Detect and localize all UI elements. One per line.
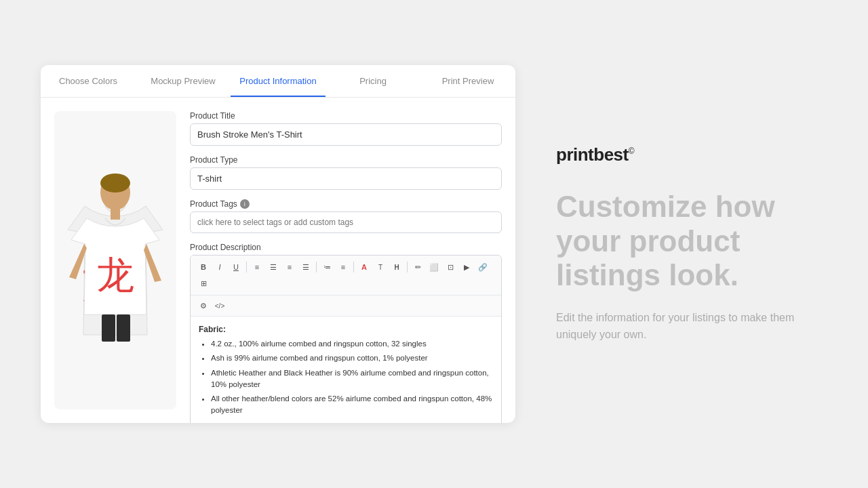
toolbar-sep-1 (246, 262, 247, 272)
code-button[interactable]: </> (212, 298, 227, 313)
product-title-group: Product Title (190, 111, 502, 146)
fabric-item-3: Athletic Heather and Black Heather is 90… (211, 367, 493, 391)
align-justify-button[interactable]: ☰ (298, 260, 313, 274)
product-type-group: Product Type (190, 155, 502, 190)
page-wrapper: Choose Colors Mockup Preview Product Inf… (0, 0, 868, 488)
fabric-item-2: Ash is 99% airlume combed and ringspun c… (211, 352, 493, 364)
right-panel: printbest© Customize how your product li… (529, 131, 827, 357)
tshirt-container: 龙 (61, 172, 170, 348)
ordered-list-button[interactable]: ≔ (319, 260, 334, 274)
content-area: 龙 (41, 98, 515, 423)
image-button[interactable]: ⬜ (427, 260, 441, 274)
product-image-area: 龙 (54, 111, 176, 409)
editor-toolbar-row1: B I U ≡ ☰ ≡ ☰ ≔ ≡ A (191, 256, 501, 296)
tab-pricing[interactable]: Pricing (326, 65, 420, 97)
table-button[interactable]: ⊡ (443, 260, 458, 274)
brand-logo: printbest© (556, 144, 800, 165)
left-panel: Choose Colors Mockup Preview Product Inf… (41, 65, 515, 423)
fabric-heading: Fabric: (199, 325, 493, 334)
unordered-list-button[interactable]: ≡ (336, 260, 351, 274)
product-tags-group: Product Tags i (190, 199, 502, 233)
text-style-button[interactable]: T (373, 260, 388, 274)
toolbar-sep-3 (353, 262, 354, 272)
settings-button[interactable]: ⚙ (196, 298, 211, 313)
product-tags-info-icon[interactable]: i (240, 199, 250, 209)
italic-button[interactable]: I (212, 260, 227, 274)
font-color-button[interactable]: A (357, 260, 372, 274)
tab-mockup-preview[interactable]: Mockup Preview (136, 65, 231, 97)
align-center-button[interactable]: ☰ (266, 260, 281, 274)
product-title-label: Product Title (190, 111, 502, 121)
product-tags-label: Product Tags i (190, 199, 502, 209)
editor-toolbar-row2: ⚙ </> (191, 296, 501, 317)
product-description-label: Product Description (190, 243, 502, 252)
tab-product-information[interactable]: Product Information (231, 65, 326, 97)
align-right-button[interactable]: ≡ (282, 260, 297, 274)
toolbar-sep-2 (316, 262, 317, 272)
toolbar-sep-4 (407, 262, 408, 272)
hero-headline: Customize how your product listings look… (556, 190, 800, 293)
fabric-item-1: 4.2 oz., 100% airlume combed and ringspu… (211, 338, 493, 350)
grid-button[interactable]: ⊞ (196, 276, 211, 291)
product-description-group: Product Description B I U ≡ ☰ ≡ ☰ (190, 243, 502, 423)
hero-subtext: Edit the information for your listings t… (556, 309, 800, 344)
form-area: Product Title Product Type Product Tags … (190, 111, 502, 409)
product-type-label: Product Type (190, 155, 502, 165)
heading-button[interactable]: H (389, 260, 404, 274)
underline-button[interactable]: U (229, 260, 243, 274)
product-type-input[interactable] (190, 167, 502, 190)
fabric-section: Fabric: 4.2 oz., 100% airlume combed and… (199, 325, 493, 417)
fabric-list: 4.2 oz., 100% airlume combed and ringspu… (199, 338, 493, 417)
fabric-item-4: All other heather/blend colors are 52% a… (211, 393, 493, 417)
tab-print-preview[interactable]: Print Preview (420, 65, 515, 97)
video-button[interactable]: ▶ (459, 260, 474, 274)
draw-button[interactable]: ✏ (410, 260, 425, 274)
product-tags-input[interactable] (190, 211, 502, 233)
bold-button[interactable]: B (196, 260, 211, 274)
tshirt-image: 龙 (64, 179, 166, 342)
align-left-button[interactable]: ≡ (250, 260, 264, 274)
editor-content[interactable]: Fabric: 4.2 oz., 100% airlume combed and… (191, 317, 501, 423)
link-button[interactable]: 🔗 (475, 260, 490, 274)
product-title-input[interactable] (190, 123, 502, 146)
rich-text-editor: B I U ≡ ☰ ≡ ☰ ≔ ≡ A (190, 255, 502, 423)
svg-text:龙: 龙 (81, 256, 129, 308)
tab-bar: Choose Colors Mockup Preview Product Inf… (41, 65, 515, 98)
tab-choose-colors[interactable]: Choose Colors (41, 65, 136, 97)
